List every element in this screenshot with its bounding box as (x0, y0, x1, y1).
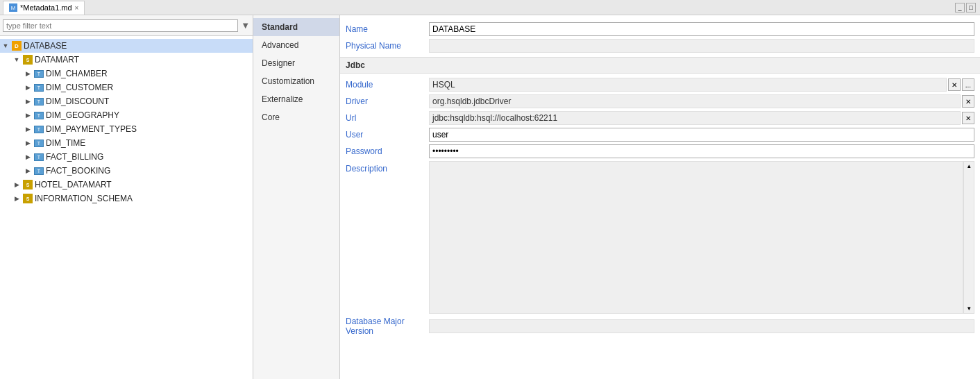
expand-information-schema-arrow[interactable]: ▶ (11, 195, 22, 202)
tree-item-dim-chamber[interactable]: ▶ T DIM_CHAMBER (0, 67, 253, 81)
description-scrollbar[interactable]: ▲ ▼ (963, 161, 974, 314)
tree-item-fact-billing[interactable]: ▶ T FACT_BILLING (0, 150, 253, 164)
expand-dim-payment-types-arrow[interactable]: ▶ (22, 126, 33, 133)
database-icon: D (11, 40, 22, 51)
tab-standard[interactable]: Standard (253, 18, 339, 36)
expand-dim-discount-arrow[interactable]: ▶ (22, 98, 33, 105)
database-label: DATABASE (24, 41, 67, 51)
expand-dim-geography-arrow[interactable]: ▶ (22, 112, 33, 119)
expand-dim-time-arrow[interactable]: ▶ (22, 140, 33, 146)
information-schema-schema-icon: S (22, 193, 33, 204)
physical-name-value (429, 39, 974, 53)
maximize-button[interactable]: □ (966, 3, 976, 12)
description-link[interactable]: Description (346, 164, 387, 174)
driver-clear-button[interactable]: ✕ (962, 95, 974, 108)
physical-name-link[interactable]: Physical Name (346, 41, 401, 51)
dim-customer-table-icon: T (33, 82, 44, 93)
tab-designer[interactable]: Designer (253, 54, 339, 72)
filter-input[interactable] (3, 19, 238, 32)
tab-core[interactable]: Core (253, 108, 339, 126)
tree-area: ▼ D DATABASE ▼ S DATAMART ▶ T DIM_CHAMBE… (0, 36, 253, 379)
tree-item-dim-payment-types[interactable]: ▶ T DIM_PAYMENT_TYPES (0, 122, 253, 136)
jdbc-section-header: Jdbc (340, 57, 980, 74)
dim-discount-label: DIM_DISCOUNT (46, 96, 109, 106)
dim-discount-table-icon: T (33, 96, 44, 107)
dim-customer-label: DIM_CUSTOMER (46, 83, 113, 92)
dim-time-table-icon: T (33, 137, 44, 149)
jdbc-label: Jdbc (346, 60, 365, 70)
tree-item-hotel-datamart[interactable]: ▶ S HOTEL_DATAMART (0, 178, 253, 192)
driver-row: Driver org.hsqldb.jdbcDriver ✕ (340, 93, 980, 110)
expand-fact-billing-arrow[interactable]: ▶ (22, 153, 33, 160)
db-major-version-row: Database Major Version (340, 315, 980, 337)
scroll-up-arrow[interactable]: ▲ (966, 163, 972, 169)
module-row: Module HSQL ✕ ... (340, 76, 980, 93)
tree-item-dim-time[interactable]: ▶ T DIM_TIME (0, 136, 253, 150)
fact-booking-table-icon: T (33, 165, 44, 176)
section-tabs: Standard Advanced Designer Customization… (253, 15, 339, 129)
driver-link[interactable]: Driver (346, 96, 368, 106)
user-link[interactable]: User (346, 130, 363, 140)
hotel-datamart-label: HOTEL_DATAMART (35, 180, 112, 190)
properties-panel: Name Physical Name Jdbc (340, 15, 980, 379)
description-textarea[interactable] (429, 161, 963, 314)
name-link[interactable]: Name (346, 24, 368, 34)
tree-item-information-schema[interactable]: ▶ S INFORMATION_SCHEMA (0, 192, 253, 205)
url-link[interactable]: Url (346, 113, 356, 123)
hotel-datamart-schema-icon: S (22, 179, 33, 190)
scroll-down-arrow[interactable]: ▼ (966, 305, 972, 312)
user-input[interactable] (429, 128, 974, 142)
tab-close-button[interactable]: × (75, 4, 79, 12)
minimize-button[interactable]: _ (955, 3, 965, 12)
filter-icon[interactable]: ▼ (241, 20, 250, 31)
expand-fact-booking-arrow[interactable]: ▶ (22, 167, 33, 174)
datamart-schema-icon: S (22, 54, 33, 65)
dim-chamber-table-icon: T (33, 68, 44, 79)
db-major-version-link[interactable]: Database Major Version (346, 317, 405, 336)
dim-payment-types-label: DIM_PAYMENT_TYPES (46, 124, 137, 134)
url-clear-button[interactable]: ✕ (962, 112, 974, 124)
tree-item-database[interactable]: ▼ D DATABASE (0, 39, 253, 53)
expand-dim-chamber-arrow[interactable]: ▶ (22, 70, 33, 77)
tab-file-icon: M (9, 3, 17, 12)
user-row: User (340, 126, 980, 143)
fact-booking-label: FACT_BOOKING (46, 166, 110, 176)
expand-database-arrow[interactable]: ▼ (0, 42, 11, 49)
db-major-version-value (429, 319, 974, 333)
password-link[interactable]: Password (346, 146, 382, 156)
tab-advanced[interactable]: Advanced (253, 36, 339, 54)
expand-dim-customer-arrow[interactable]: ▶ (22, 84, 33, 91)
tree-item-dim-customer[interactable]: ▶ T DIM_CUSTOMER (0, 81, 253, 94)
module-browse-button[interactable]: ... (962, 78, 974, 91)
information-schema-label: INFORMATION_SCHEMA (35, 194, 133, 203)
file-tab[interactable]: M *Metadata1.md × (3, 1, 85, 15)
tab-title: *Metadata1.md (20, 3, 72, 12)
url-row: Url jdbc:hsqldb:hsql://localhost:62211 ✕ (340, 110, 980, 126)
fact-billing-label: FACT_BILLING (46, 152, 103, 162)
tree-item-dim-geography[interactable]: ▶ T DIM_GEOGRAPHY (0, 108, 253, 122)
filter-bar: ▼ (0, 15, 253, 36)
physical-name-row: Physical Name (340, 37, 980, 54)
dim-geography-table-icon: T (33, 110, 44, 121)
tab-customization[interactable]: Customization (253, 72, 339, 90)
tree-item-fact-booking[interactable]: ▶ T FACT_BOOKING (0, 164, 253, 178)
driver-value: org.hsqldb.jdbcDriver (429, 94, 961, 108)
tab-externalize[interactable]: Externalize (253, 90, 339, 108)
module-clear-button[interactable]: ✕ (948, 78, 961, 91)
datamart-label: DATAMART (35, 55, 79, 65)
dim-geography-label: DIM_GEOGRAPHY (46, 110, 119, 120)
module-value: HSQL (429, 78, 947, 92)
name-input[interactable] (429, 22, 974, 36)
expand-hotel-datamart-arrow[interactable]: ▶ (11, 181, 22, 188)
tree-item-datamart[interactable]: ▼ S DATAMART (0, 53, 253, 67)
fact-billing-table-icon: T (33, 151, 44, 162)
dim-time-label: DIM_TIME (46, 138, 85, 148)
tree-item-dim-discount[interactable]: ▶ T DIM_DISCOUNT (0, 94, 253, 108)
description-row: Description ▲ ▼ (340, 160, 980, 315)
expand-datamart-arrow[interactable]: ▼ (11, 56, 22, 63)
dim-payment-types-table-icon: T (33, 124, 44, 135)
password-input[interactable] (429, 144, 974, 158)
module-link[interactable]: Module (346, 80, 373, 90)
dim-chamber-label: DIM_CHAMBER (46, 69, 108, 78)
name-row: Name (340, 21, 980, 37)
